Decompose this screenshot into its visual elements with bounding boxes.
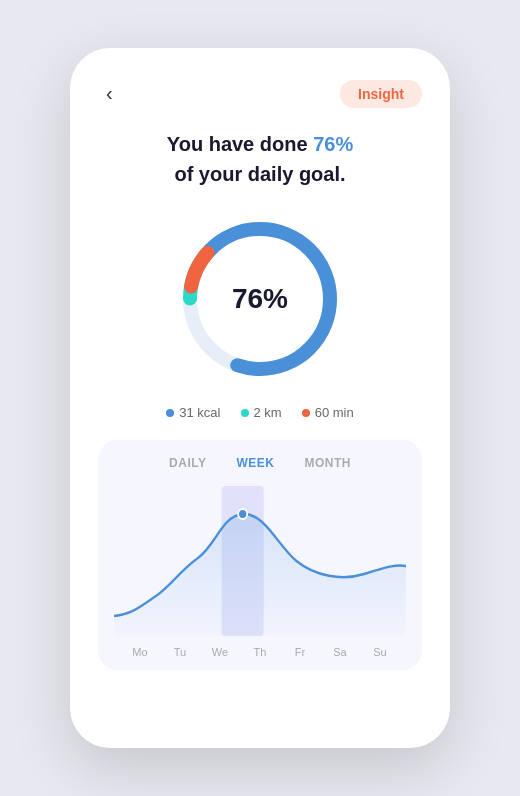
chart-x-labels: Mo Tu We Th Fr Sa Su [114, 646, 406, 658]
legend-dot-km [241, 409, 249, 417]
legend-item-min: 60 min [302, 405, 354, 420]
svg-point-5 [238, 509, 247, 519]
tab-month[interactable]: MONTH [304, 456, 351, 470]
title-line2: of your daily goal. [98, 159, 422, 189]
legend-item-kcal: 31 kcal [166, 405, 220, 420]
x-label-su: Su [360, 646, 400, 658]
chart-tabs: DAILY WEEK MONTH [114, 456, 406, 470]
legend-label-km: 2 km [254, 405, 282, 420]
title-line1: You have done 76% [98, 129, 422, 159]
tab-daily[interactable]: DAILY [169, 456, 206, 470]
phone-card: ‹ Insight You have done 76% of your dail… [70, 48, 450, 748]
legend-label-kcal: 31 kcal [179, 405, 220, 420]
x-label-we: We [200, 646, 240, 658]
donut-percentage: 76% [232, 283, 288, 315]
x-label-th: Th [240, 646, 280, 658]
legend: 31 kcal 2 km 60 min [166, 405, 353, 420]
x-label-tu: Tu [160, 646, 200, 658]
x-label-fr: Fr [280, 646, 320, 658]
legend-dot-min [302, 409, 310, 417]
chart-svg [114, 486, 406, 636]
donut-container: 76% 31 kcal 2 km 60 min [98, 209, 422, 420]
x-label-mo: Mo [120, 646, 160, 658]
back-button[interactable]: ‹ [98, 78, 121, 109]
title-highlight: 76% [313, 133, 353, 155]
tab-week[interactable]: WEEK [236, 456, 274, 470]
legend-item-km: 2 km [241, 405, 282, 420]
donut-chart: 76% [170, 209, 350, 389]
chart-section: DAILY WEEK MONTH Mo Tu We Th [98, 440, 422, 670]
legend-label-min: 60 min [315, 405, 354, 420]
insight-button[interactable]: Insight [340, 80, 422, 108]
title-section: You have done 76% of your daily goal. [98, 129, 422, 189]
header: ‹ Insight [98, 78, 422, 109]
legend-dot-kcal [166, 409, 174, 417]
x-label-sa: Sa [320, 646, 360, 658]
title-prefix: You have done [167, 133, 313, 155]
